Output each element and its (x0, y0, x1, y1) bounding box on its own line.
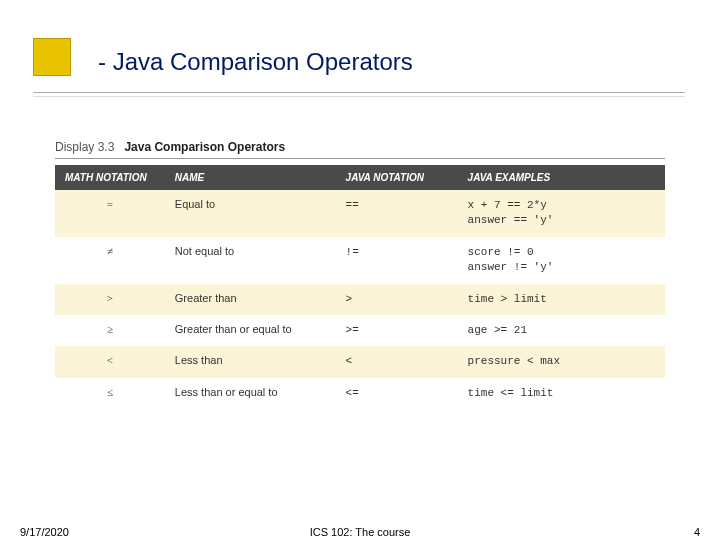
figure-caption: Display 3.3 Java Comparison Operators (55, 140, 665, 154)
cell-math: > (55, 284, 165, 315)
table-row: > Greater than > time > limit (55, 284, 665, 315)
figure: Display 3.3 Java Comparison Operators MA… (55, 140, 665, 409)
header-java: JAVA NOTATION (336, 165, 458, 190)
cell-math: ≥ (55, 315, 165, 346)
slide: - Java Comparison Operators Display 3.3 … (0, 0, 720, 540)
header-math: MATH NOTATION (55, 165, 165, 190)
cell-java: <= (336, 378, 458, 409)
cell-math: ≠ (55, 237, 165, 284)
table-row: ≠ Not equal to != score != 0 answer != '… (55, 237, 665, 284)
cell-name: Equal to (165, 190, 336, 237)
cell-example: score != 0 answer != 'y' (458, 237, 665, 284)
cell-java: < (336, 346, 458, 377)
caption-rule (55, 158, 665, 159)
table-row: = Equal to == x + 7 == 2*y answer == 'y' (55, 190, 665, 237)
cell-java: == (336, 190, 458, 237)
title-rule (33, 92, 685, 93)
cell-example: age >= 21 (458, 315, 665, 346)
cell-java: != (336, 237, 458, 284)
cell-example: x + 7 == 2*y answer == 'y' (458, 190, 665, 237)
cell-example: time > limit (458, 284, 665, 315)
cell-math: < (55, 346, 165, 377)
footer-course: ICS 102: The course (0, 526, 720, 538)
cell-math: = (55, 190, 165, 237)
cell-name: Greater than or equal to (165, 315, 336, 346)
title-rule-shadow (33, 96, 685, 97)
operators-table: MATH NOTATION NAME JAVA NOTATION JAVA EX… (55, 165, 665, 409)
header-name: NAME (165, 165, 336, 190)
cell-example: time <= limit (458, 378, 665, 409)
accent-box (33, 38, 71, 76)
caption-title: Java Comparison Operators (124, 140, 285, 154)
table-row: ≥ Greater than or equal to >= age >= 21 (55, 315, 665, 346)
cell-java: >= (336, 315, 458, 346)
caption-prefix: Display 3.3 (55, 140, 114, 154)
table-row: < Less than < pressure < max (55, 346, 665, 377)
header-examples: JAVA EXAMPLES (458, 165, 665, 190)
cell-java: > (336, 284, 458, 315)
slide-title: - Java Comparison Operators (98, 48, 413, 76)
cell-name: Not equal to (165, 237, 336, 284)
cell-name: Less than or equal to (165, 378, 336, 409)
table-header-row: MATH NOTATION NAME JAVA NOTATION JAVA EX… (55, 165, 665, 190)
cell-math: ≤ (55, 378, 165, 409)
table-row: ≤ Less than or equal to <= time <= limit (55, 378, 665, 409)
cell-name: Greater than (165, 284, 336, 315)
cell-name: Less than (165, 346, 336, 377)
cell-example: pressure < max (458, 346, 665, 377)
footer-page: 4 (694, 526, 700, 538)
